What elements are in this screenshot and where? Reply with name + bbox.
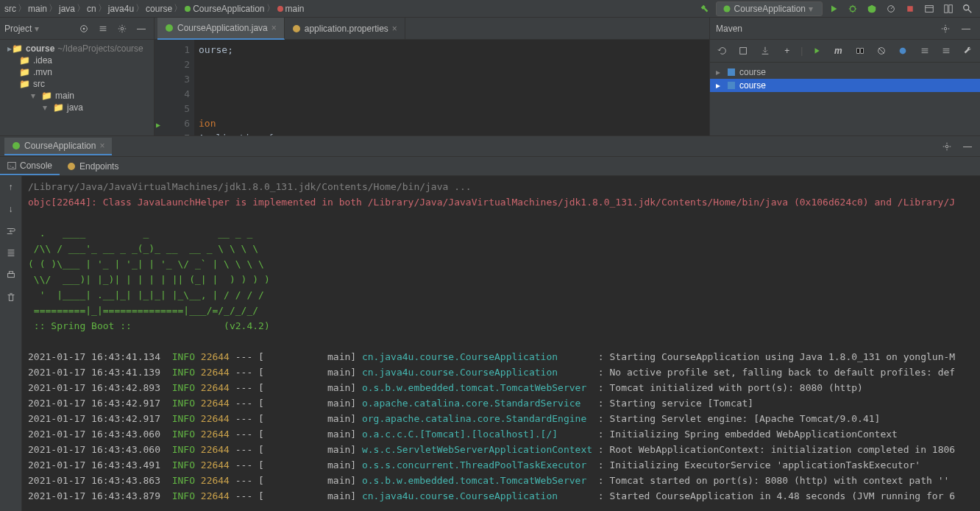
breadcrumb-item[interactable]: java <box>59 4 75 14</box>
show-deps-icon[interactable] <box>895 43 911 59</box>
close-icon[interactable]: × <box>392 24 397 34</box>
layout-icon[interactable] <box>940 1 956 17</box>
hammer-icon[interactable] <box>697 1 713 17</box>
svg-point-21 <box>13 142 20 149</box>
run-tool-window: CourseApplication × — Console Endpoints … <box>0 135 980 511</box>
svg-rect-26 <box>9 272 13 274</box>
maven-tree[interactable]: ▸ course ▸ course <box>710 63 980 95</box>
tree-node[interactable]: ▾📁java <box>0 102 154 113</box>
breadcrumb: src〉main〉java〉cn〉java4u〉course〉CourseApp… <box>4 2 305 15</box>
run-gutter-icon[interactable]: ▶ <box>156 133 160 135</box>
tree-root-hint: ~/IdeaProjects/course <box>57 43 143 54</box>
reload-icon[interactable] <box>714 43 730 59</box>
trash-icon[interactable] <box>3 289 19 306</box>
java-class-icon <box>165 24 174 32</box>
stop-icon[interactable] <box>902 1 918 17</box>
collapse-icon[interactable] <box>95 21 111 37</box>
tree-node[interactable]: 📁.mvn <box>0 66 154 78</box>
editor-tabs: CourseApplication.java × application.pro… <box>155 18 709 40</box>
tree-node[interactable]: ▾📁main <box>0 90 154 102</box>
console-output[interactable]: /Library/Java/JavaVirtualMachines/jdk1.8… <box>22 176 980 511</box>
close-icon[interactable]: × <box>271 23 277 33</box>
run-config-select[interactable]: CourseApplication ▾ <box>716 1 823 16</box>
tree-node[interactable]: 📁.idea <box>0 54 154 66</box>
debug-icon[interactable] <box>845 1 861 17</box>
maven-toolbar: + | m <box>710 40 980 63</box>
folder-icon: 📁 <box>53 102 64 113</box>
project-panel-header: Project ▾ — <box>0 18 154 40</box>
gear-icon[interactable] <box>937 21 954 37</box>
maven-module-icon <box>727 81 736 90</box>
scroll-to-end-icon[interactable] <box>3 245 19 261</box>
run-tab[interactable]: CourseApplication × <box>4 138 112 155</box>
breadcrumb-item[interactable]: cn <box>87 4 96 14</box>
soft-wrap-icon[interactable] <box>3 223 19 239</box>
chevron-right-icon: ▸ <box>716 80 723 91</box>
breadcrumb-sep: 〉 <box>49 2 57 15</box>
wrench-icon[interactable] <box>960 43 976 59</box>
editor-area[interactable]: 1 2 3 4 5 ▶6 ▶7 ourse; ion Application { <box>155 40 709 135</box>
hide-icon[interactable]: — <box>959 138 976 155</box>
tree-root[interactable]: ▸📁 course ~/IdeaProjects/course <box>0 43 154 54</box>
folder-icon: 📁 <box>19 79 30 89</box>
search-icon[interactable] <box>959 1 976 17</box>
hide-icon[interactable]: — <box>958 21 974 37</box>
scroll-up-icon[interactable]: ↑ <box>3 179 19 195</box>
hide-icon[interactable]: — <box>133 21 149 37</box>
add-icon[interactable]: + <box>779 43 795 59</box>
maven-module[interactable]: ▸ course <box>710 79 980 92</box>
breadcrumb-item[interactable]: main <box>28 4 47 14</box>
editor-tab[interactable]: CourseApplication.java × <box>157 18 285 40</box>
expand-all-icon[interactable] <box>938 43 954 59</box>
svg-point-15 <box>944 27 947 30</box>
download-icon[interactable] <box>758 43 773 59</box>
run-gutter-icon[interactable]: ▶ <box>156 118 160 133</box>
run-maven-icon[interactable] <box>809 43 824 59</box>
editor-tab[interactable]: application.properties × <box>285 18 405 40</box>
properties-icon <box>292 24 301 33</box>
profile-icon[interactable] <box>883 1 899 17</box>
console-icon <box>7 161 16 170</box>
generate-sources-icon[interactable] <box>736 43 751 59</box>
breadcrumb-sep: 〉 <box>174 2 182 15</box>
svg-rect-6 <box>926 5 934 12</box>
breadcrumb-item[interactable]: src <box>4 4 16 14</box>
maven-title: Maven <box>716 24 933 34</box>
gear-icon[interactable] <box>939 138 955 155</box>
close-icon[interactable]: × <box>99 141 104 151</box>
collapse-all-icon[interactable] <box>917 43 932 59</box>
editor-gutter: 1 2 3 4 5 ▶6 ▶7 <box>155 40 194 135</box>
gear-icon[interactable] <box>114 21 130 37</box>
print-icon[interactable] <box>3 267 19 283</box>
skip-tests-icon[interactable] <box>873 43 889 59</box>
console-tab[interactable]: Console <box>0 158 60 175</box>
coverage-icon[interactable] <box>864 1 880 17</box>
folder-icon: 📁 <box>41 91 52 101</box>
chevron-down-icon: ▾ <box>31 91 38 101</box>
maven-header: Maven — <box>710 18 980 40</box>
code-content[interactable]: ourse; ion Application { <box>194 40 278 135</box>
maven-module[interactable]: ▸ course <box>710 66 980 79</box>
scroll-down-icon[interactable]: ↓ <box>3 201 19 217</box>
tree-root-label: course <box>26 43 54 54</box>
svg-point-1 <box>277 6 283 12</box>
chevron-down-icon[interactable]: ▾ <box>35 24 42 34</box>
run-header: CourseApplication × — <box>0 136 980 157</box>
editor-panel: CourseApplication.java × application.pro… <box>155 18 709 135</box>
breadcrumb-item[interactable]: main <box>277 4 305 14</box>
toggle-offline-icon[interactable] <box>852 43 867 59</box>
breadcrumb-item[interactable]: CourseApplication <box>184 4 264 14</box>
endpoints-tab[interactable]: Endpoints <box>60 158 126 175</box>
chevron-down-icon: ▾ <box>43 102 50 113</box>
project-panel-title[interactable]: Project <box>4 24 32 34</box>
breadcrumb-item[interactable]: course <box>146 4 172 14</box>
locate-icon[interactable] <box>76 21 92 37</box>
breadcrumb-item[interactable]: java4u <box>108 4 134 14</box>
project-tree[interactable]: ▸📁 course ~/IdeaProjects/course 📁.idea 📁… <box>0 40 154 116</box>
run-tab-label: CourseApplication <box>24 141 96 151</box>
spring-icon <box>12 141 21 150</box>
tree-node[interactable]: 📁src <box>0 78 154 90</box>
maven-m-icon[interactable]: m <box>831 43 846 59</box>
run-icon[interactable] <box>825 1 842 17</box>
update-icon[interactable] <box>921 1 937 17</box>
